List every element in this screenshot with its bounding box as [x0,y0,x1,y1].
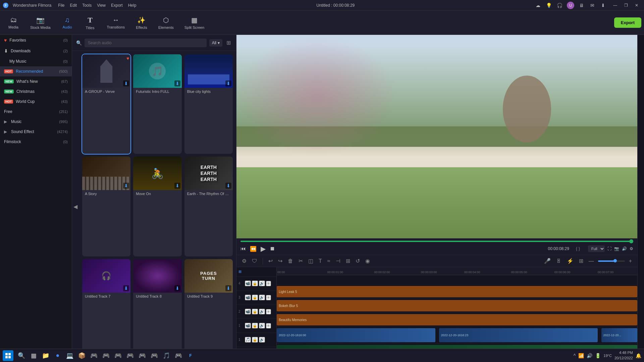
track4-video-icon[interactable]: 📹 [245,281,251,286]
track3-audio-icon[interactable]: 🔊 [259,295,265,300]
taskbar-explorer[interactable]: 📁 [40,350,51,361]
tray-arrow[interactable]: ^ [574,353,576,358]
taskbar-app8[interactable]: 🎮 [149,350,160,361]
tl-mixer-button[interactable]: 🎚 [555,257,563,265]
menu-help[interactable]: Help [128,3,137,8]
filter-dropdown[interactable]: All ▾ [209,39,222,47]
rewind-button[interactable]: ⏮ [240,246,246,252]
download-icon-card4[interactable]: ⬇ [123,183,129,189]
tl-shield-button[interactable]: 🛡 [251,257,259,265]
sidebar-item-downloads[interactable]: ⬇ Downloads (2) [0,46,72,56]
download-icon-card1[interactable]: ⬇ [123,80,129,86]
minimize-button[interactable]: — [610,2,620,9]
tray-battery[interactable]: 🔋 [595,353,601,358]
audio-card-card6[interactable]: EARTH EARTH EARTH ⬇ Earth - The Rhythm O… [184,157,233,256]
play-button[interactable]: ▶ [261,245,266,253]
taskbar-app2[interactable]: 📦 [76,350,87,361]
taskbar-app5[interactable]: 🎮 [113,350,123,361]
track4-audio-icon[interactable]: 🔊 [259,281,265,286]
tl-join-button[interactable]: ⊞ [578,257,585,265]
quality-select[interactable]: Full 1/2 1/4 [588,245,605,252]
grid-toggle-button[interactable]: ⊞ [225,38,232,47]
download-icon-card7[interactable]: ⬇ [123,285,129,291]
download-icon-card5[interactable]: ⬇ [174,183,180,189]
volume-button[interactable]: 🔊 [622,245,627,252]
track2-eye-icon[interactable]: 👁 [266,309,271,314]
toolbar-titles[interactable]: T Titles [79,14,101,32]
track1a-mute-icon[interactable]: 🔊 [259,337,265,343]
audio-card-card9[interactable]: PAGESTURN ⬇ Untitled Track 9 [184,259,233,359]
toolbar-transitions[interactable]: ↔ Transitions [102,14,129,31]
tl-cursor-button[interactable]: ◫ [307,257,315,265]
tl-cut-button[interactable]: ✂ [297,257,304,265]
track-clip-video3[interactable]: 2022-12-20... [601,328,638,342]
cloud-icon[interactable]: ☁ [535,2,541,9]
taskbar-app6[interactable]: 🎮 [125,350,136,361]
tl-settings-button[interactable]: ⚙ [240,257,248,265]
tl-text-button[interactable]: T [317,257,323,265]
headphone-icon[interactable]: 🎧 [556,2,563,9]
track2-lock-icon[interactable]: 🔒 [252,309,258,314]
taskbar-app3[interactable]: 🎮 [89,350,99,361]
tl-marker-button[interactable]: ◉ [364,257,371,265]
start-button[interactable] [3,350,13,361]
menu-view[interactable]: View [97,3,106,8]
tl-undo-button[interactable]: ↩ [267,257,274,265]
mail-icon[interactable]: ✉ [589,2,596,9]
track4-eye-icon[interactable]: 👁 [266,281,271,286]
sidebar-item-favorites[interactable]: ♥ Favorites (0) [0,35,72,46]
close-button[interactable]: ✕ [632,2,641,9]
menu-tools[interactable]: Tools [82,3,92,8]
track-row-1-video[interactable]: 2022-12-20-1616:00 2022-12-20-1616:23 20… [277,327,637,344]
download-icon-card8[interactable]: ⬇ [174,285,180,291]
sidebar-item-free[interactable]: Free (251) [0,107,72,117]
audio-card-card7[interactable]: 🎧 ⬇ Untitled Track 7 [82,259,130,359]
bulb-icon[interactable]: 💡 [545,2,552,9]
monitor-icon[interactable]: 🖥 [578,2,585,9]
taskbar-app9[interactable]: 🎵 [161,350,172,361]
track-clip-memories[interactable]: Beautifu Memories [277,314,637,325]
fullscreen-button[interactable]: ⛶ [607,245,611,252]
track-row-4[interactable]: Light Leak 5 [277,285,637,299]
track3-video-icon[interactable]: 📹 [245,295,251,300]
track1a-lock-icon[interactable]: 🔒 [252,337,258,343]
track3-lock-icon[interactable]: 🔒 [252,295,258,300]
audio-card-card4[interactable]: ⬇ A Story [82,157,130,256]
export-button[interactable]: Export [614,17,641,28]
track1v-audio-icon[interactable]: 🔊 [259,323,265,328]
taskbar-chrome[interactable]: ● [52,350,63,361]
zoom-slider[interactable] [598,260,625,262]
download-icon-card3[interactable]: ⬇ [225,80,231,86]
toolbar-elements[interactable]: ⬡ Elements [154,14,178,32]
tl-snap-button[interactable]: ⚡ [566,257,575,265]
track4-lock-icon[interactable]: 🔒 [252,281,258,286]
tl-audio-button[interactable]: ≈ [326,257,332,265]
track1v-eye-icon[interactable]: 👁 [266,323,271,328]
tl-delete-button[interactable]: 🗑 [286,257,294,265]
taskbar-app4[interactable]: 🎮 [101,350,111,361]
taskbar-app10[interactable]: 🎮 [173,350,184,361]
track-clip-video2[interactable]: 2022-12-20-1616:23 [439,328,598,342]
stop-button[interactable]: ⏹ [270,246,275,252]
track2-audio-icon[interactable]: 🔊 [259,309,265,314]
audio-card-card5[interactable]: 🚴 ⬇ Move On [133,157,181,256]
sidebar-item-christmas[interactable]: NEW Christmas (43) [0,86,72,97]
tl-zoom-out-button[interactable]: — [587,257,595,265]
tl-redo-button[interactable]: ↪ [277,257,284,265]
notification-icon[interactable]: 🔔 [636,353,641,358]
track2-video-icon[interactable]: 📹 [245,309,251,314]
maximize-button[interactable]: ❐ [621,2,631,9]
download-icon[interactable]: ⬇ [600,2,606,9]
sidebar-item-soundeffect[interactable]: ▶ Sound Effect (4274) [0,127,72,137]
add-media-button[interactable]: ⊞ [238,269,243,274]
track-clip-bokeh[interactable]: Bokeh Blur 5 [277,300,637,311]
tl-zoom-in-button[interactable]: + [628,257,633,265]
sidebar-item-worldcup[interactable]: HOT World Cup (43) [0,97,72,107]
step-back-button[interactable]: ⏪ [250,246,257,252]
snapshot-button[interactable]: 📷 [614,245,619,252]
tl-rotate-button[interactable]: ↺ [354,257,361,265]
toolbar-split[interactable]: ▦ Split Screen [180,14,209,32]
profile-icon[interactable]: U [567,2,574,9]
sidebar-item-recommended[interactable]: HOT Recommended (500) [0,66,72,76]
menu-export[interactable]: Export [111,3,123,8]
